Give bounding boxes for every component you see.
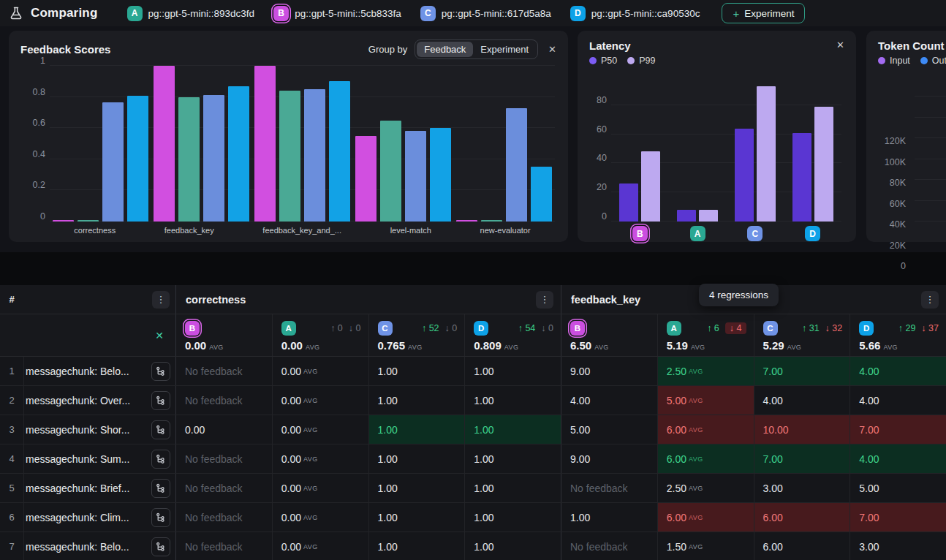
open-trace-tree-button[interactable] <box>151 537 170 556</box>
value-cell[interactable]: 0.00AVG <box>272 503 368 531</box>
value-cell[interactable]: No feedback <box>561 532 657 560</box>
open-trace-tree-button[interactable] <box>151 420 170 439</box>
value-cell[interactable]: 0.00AVG <box>272 444 368 473</box>
open-trace-tree-button[interactable] <box>151 450 170 469</box>
open-trace-tree-button[interactable] <box>151 479 170 498</box>
run-name-cell[interactable]: messagechunk: Belo... <box>23 532 175 560</box>
run-name-cell[interactable]: messagechunk: Clim... <box>23 503 175 531</box>
value-cell[interactable]: 6.00AVG <box>657 415 754 444</box>
value-cell[interactable]: 6.00AVG <box>657 444 754 473</box>
stat-header-B[interactable]: B0.00AVG <box>175 314 272 356</box>
value-cell[interactable]: No feedback <box>175 386 272 415</box>
value-cell[interactable]: 7.00 <box>849 415 946 444</box>
value-cell[interactable]: 9.00 <box>561 357 657 385</box>
value-cell[interactable]: 3.00 <box>754 474 850 502</box>
stat-header-D[interactable]: D↑ 54↓ 00.809AVG <box>464 314 561 356</box>
value-cell[interactable]: 1.00 <box>368 444 465 473</box>
value-cell[interactable]: 10.00 <box>754 415 850 444</box>
value-cell[interactable]: 7.00 <box>754 357 850 385</box>
experiment-item[interactable]: Cpg::gpt-5-mini::617d5a8a <box>420 6 551 21</box>
experiment-badge: D <box>570 6 586 21</box>
value-cell[interactable]: 1.00 <box>368 532 465 560</box>
experiment-item[interactable]: Bpg::gpt-5-mini::5cb833fa <box>273 6 401 21</box>
value-cell[interactable]: 1.00 <box>464 415 561 444</box>
x-axis-experiment-badge[interactable]: B <box>632 226 648 241</box>
value-cell[interactable]: 4.00 <box>754 386 850 415</box>
value-cell[interactable]: No feedback <box>175 357 272 385</box>
value-cell[interactable]: 0.00AVG <box>272 474 368 502</box>
value-cell[interactable]: 4.00 <box>849 386 946 415</box>
value-cell[interactable]: 5.00AVG <box>657 386 754 415</box>
run-name: messagechunk: Sum... <box>26 453 148 465</box>
open-trace-tree-button[interactable] <box>151 508 170 527</box>
y-tick-label: 0.2 <box>16 180 45 190</box>
run-name-cell[interactable]: messagechunk: Over... <box>23 386 175 415</box>
stat-header-D[interactable]: D↑ 29↓ 375.66AVG <box>849 314 946 356</box>
run-name-cell[interactable]: messagechunk: Sum... <box>23 444 175 473</box>
comparison-table: # ⋮ correctness ⋮ feedback_key ⋮ ✕ B0.00… <box>0 285 946 560</box>
value-cell[interactable]: 5.00 <box>849 474 946 502</box>
open-trace-tree-button[interactable] <box>151 362 170 381</box>
experiment-item[interactable]: Apg::gpt-5-mini::893dc3fd <box>127 6 255 21</box>
value-cell[interactable]: 1.00 <box>368 474 465 502</box>
value-cell[interactable]: 0.00AVG <box>272 532 368 560</box>
value-cell[interactable]: 6.00 <box>754 532 850 560</box>
value-cell[interactable]: 5.00 <box>561 415 657 444</box>
value-cell[interactable]: 0.00AVG <box>272 415 368 444</box>
value-cell[interactable]: No feedback <box>561 474 657 502</box>
value-cell[interactable]: 2.50AVG <box>657 474 754 502</box>
value-cell[interactable]: 1.00 <box>464 357 561 385</box>
column-menu-icon[interactable]: ⋮ <box>536 291 553 309</box>
x-axis-experiment-badge[interactable]: A <box>690 226 705 241</box>
open-trace-tree-button[interactable] <box>151 391 170 410</box>
value-cell[interactable]: 1.50AVG <box>657 532 754 560</box>
value-cell[interactable]: 1.00 <box>464 386 561 415</box>
x-axis-experiment-badge[interactable]: D <box>805 226 820 241</box>
stat-header-A[interactable]: A↑ 0↓ 00.00AVG <box>272 314 368 356</box>
value-cell[interactable]: 1.00 <box>464 532 561 560</box>
value-cell[interactable]: 0.00AVG <box>272 357 368 385</box>
value-cell[interactable]: 4.00 <box>849 444 946 473</box>
value-cell[interactable]: No feedback <box>175 532 272 560</box>
close-icon[interactable]: ✕ <box>548 44 556 55</box>
column-menu-icon[interactable]: ⋮ <box>152 291 170 309</box>
value-cell[interactable]: 1.00 <box>561 503 657 531</box>
clear-filter-icon[interactable]: ✕ <box>155 330 164 341</box>
value-cell[interactable]: 1.00 <box>464 503 561 531</box>
stat-header-C[interactable]: C↑ 52↓ 00.765AVG <box>368 314 465 356</box>
group-by-option-feedback[interactable]: Feedback <box>417 42 473 57</box>
value-cell[interactable]: 4.00 <box>561 386 657 415</box>
value-cell[interactable]: 1.00 <box>368 386 465 415</box>
stat-header-A[interactable]: A↑ 6↓ 45.19AVG <box>657 314 754 356</box>
add-experiment-button[interactable]: + Experiment <box>722 3 805 23</box>
stat-header-B[interactable]: B6.50AVG <box>561 314 657 356</box>
run-name-cell[interactable]: messagechunk: Brief... <box>23 474 175 502</box>
value-cell[interactable]: 7.00 <box>849 503 946 531</box>
value-cell[interactable]: No feedback <box>175 474 272 502</box>
value-cell[interactable]: No feedback <box>175 444 272 473</box>
value-cell[interactable]: 0.00 <box>175 415 272 444</box>
value-cell[interactable]: 1.00 <box>368 415 465 444</box>
value-cell[interactable]: 9.00 <box>561 444 657 473</box>
value-cell[interactable]: 4.00 <box>849 357 946 385</box>
x-axis-experiment-badge[interactable]: C <box>747 226 763 241</box>
value-cell[interactable]: 3.00 <box>849 532 946 560</box>
value-cell[interactable]: 1.00 <box>368 357 465 385</box>
column-menu-icon[interactable]: ⋮ <box>921 291 939 309</box>
value-cell[interactable]: 1.00 <box>464 444 561 473</box>
value-cell[interactable]: 7.00 <box>754 444 850 473</box>
close-icon[interactable]: ✕ <box>836 39 844 50</box>
value-cell[interactable]: 2.50AVG <box>657 357 754 385</box>
stat-header-C[interactable]: C↑ 31↓ 325.29AVG <box>754 314 850 356</box>
value-cell[interactable]: 1.00 <box>464 474 561 502</box>
value-cell[interactable]: No feedback <box>175 503 272 531</box>
value-cell[interactable]: 6.00AVG <box>657 503 754 531</box>
value-cell[interactable]: 1.00 <box>368 503 465 531</box>
run-name-cell[interactable]: messagechunk: Shor... <box>23 415 175 444</box>
run-name-cell[interactable]: messagechunk: Belo... <box>23 357 175 385</box>
value-cell[interactable]: 6.00 <box>754 503 850 531</box>
group-by-option-experiment[interactable]: Experiment <box>473 42 536 57</box>
stat-top: B <box>570 321 650 336</box>
experiment-item[interactable]: Dpg::gpt-5-mini::ca90530c <box>570 6 700 21</box>
value-cell[interactable]: 0.00AVG <box>272 386 368 415</box>
